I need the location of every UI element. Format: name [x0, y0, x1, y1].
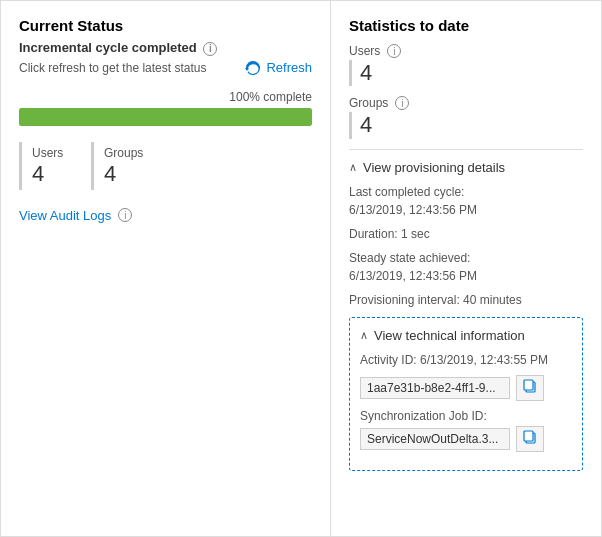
technical-chevron-icon: ∧ — [360, 329, 368, 342]
right-groups-label: Groups i — [349, 96, 583, 110]
sync-job-row: ServiceNowOutDelta.3... — [360, 426, 572, 452]
refresh-button[interactable]: Refresh — [245, 60, 312, 76]
stats-row: Users 4 Groups 4 — [19, 142, 312, 190]
right-groups-info-icon[interactable]: i — [395, 96, 409, 110]
activity-id-copy-button[interactable] — [516, 375, 544, 401]
left-panel: Current Status Incremental cycle complet… — [1, 1, 331, 536]
audit-link-label: View Audit Logs — [19, 208, 111, 223]
progress-label: 100% complete — [19, 90, 312, 104]
last-cycle-detail: Last completed cycle: 6/13/2019, 12:43:5… — [349, 183, 583, 219]
view-audit-logs-link[interactable]: View Audit Logs i — [19, 208, 312, 223]
refresh-row: Click refresh to get the latest status R… — [19, 60, 312, 76]
sync-job-label: Synchronization Job ID: — [360, 409, 572, 423]
panel-title: Current Status — [19, 17, 312, 34]
activity-id-field: 1aa7e31b-b8e2-4ff1-9... — [360, 377, 510, 399]
technical-section-label: View technical information — [374, 328, 525, 343]
right-groups-value: 4 — [349, 112, 583, 138]
copy-icon-1 — [523, 379, 537, 396]
provisioning-details: Last completed cycle: 6/13/2019, 12:43:5… — [349, 183, 583, 309]
right-users-info-icon[interactable]: i — [387, 44, 401, 58]
users-label: Users — [32, 146, 69, 160]
divider-1 — [349, 149, 583, 150]
steady-state-detail: Steady state achieved: 6/13/2019, 12:43:… — [349, 249, 583, 285]
provisioning-section-header[interactable]: ∧ View provisioning details — [349, 160, 583, 175]
refresh-hint: Click refresh to get the latest status — [19, 61, 206, 75]
progress-section: 100% complete — [19, 90, 312, 126]
technical-section-header[interactable]: ∧ View technical information — [360, 328, 572, 343]
svg-rect-1 — [524, 380, 533, 390]
cycle-subtitle: Incremental cycle completed i — [19, 40, 312, 56]
duration-detail: Duration: 1 sec — [349, 225, 583, 243]
audit-info-icon[interactable]: i — [118, 208, 132, 222]
progress-bar-fill — [19, 108, 312, 126]
technical-section: ∧ View technical information Activity ID… — [349, 317, 583, 471]
activity-id-label: Activity ID: 6/13/2019, 12:43:55 PM — [360, 351, 572, 369]
copy-icon-2 — [523, 430, 537, 447]
activity-id-row: 1aa7e31b-b8e2-4ff1-9... — [360, 375, 572, 401]
provisioning-chevron-icon: ∧ — [349, 161, 357, 174]
users-value: 4 — [32, 162, 69, 186]
right-groups-stat: Groups i 4 — [349, 96, 583, 138]
groups-value: 4 — [104, 162, 143, 186]
right-panel: Statistics to date Users i 4 Groups i 4 … — [331, 1, 601, 536]
interval-detail: Provisioning interval: 40 minutes — [349, 291, 583, 309]
users-stat-box: Users 4 — [19, 142, 79, 190]
right-users-label: Users i — [349, 44, 583, 58]
right-users-stat: Users i 4 — [349, 44, 583, 86]
refresh-icon — [245, 60, 261, 76]
right-users-value: 4 — [349, 60, 583, 86]
svg-rect-3 — [524, 431, 533, 441]
groups-stat-box: Groups 4 — [91, 142, 153, 190]
refresh-label: Refresh — [266, 60, 312, 75]
right-panel-title: Statistics to date — [349, 17, 583, 34]
groups-label: Groups — [104, 146, 143, 160]
progress-bar-background — [19, 108, 312, 126]
subtitle-info-icon[interactable]: i — [203, 42, 217, 56]
sync-job-field: ServiceNowOutDelta.3... — [360, 428, 510, 450]
sync-job-copy-button[interactable] — [516, 426, 544, 452]
provisioning-section-label: View provisioning details — [363, 160, 505, 175]
